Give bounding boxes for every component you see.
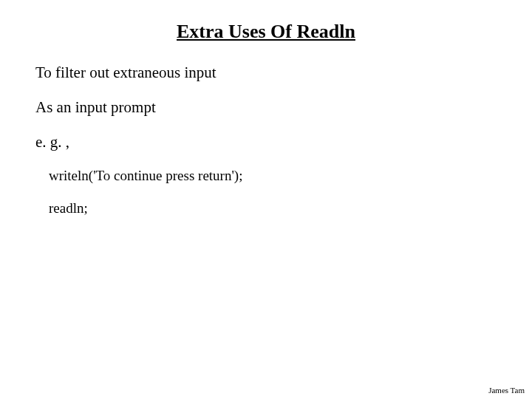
slide-container: Extra Uses Of Readln To filter out extra… <box>0 0 532 216</box>
code-line-1: writeln('To continue press return'); <box>49 168 497 184</box>
body-text-3: e. g. , <box>35 133 497 151</box>
code-line-2: readln; <box>49 200 497 216</box>
body-text-2: As an input prompt <box>35 98 497 117</box>
footer-author: James Tam <box>488 386 525 395</box>
slide-title: Extra Uses Of Readln <box>35 21 497 43</box>
body-text-1: To filter out extraneous input <box>35 64 497 82</box>
